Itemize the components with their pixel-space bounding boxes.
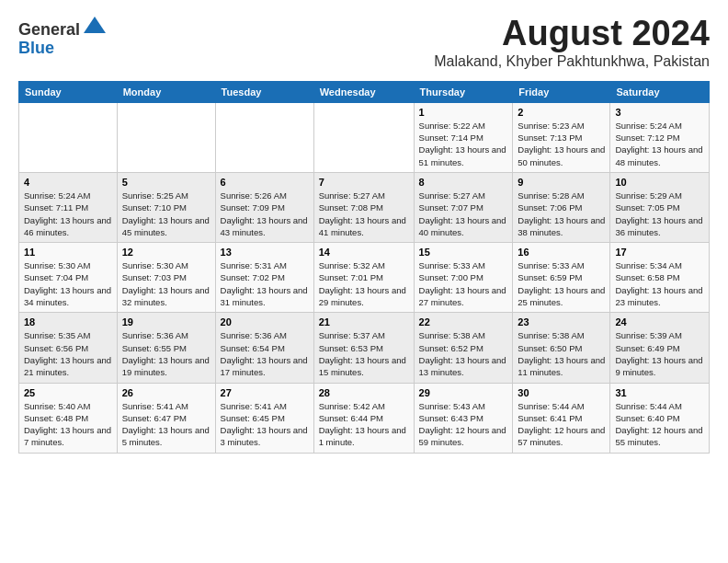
day-cell-content: Sunrise: 5:35 AM Sunset: 6:56 PM Dayligh… — [24, 329, 112, 378]
day-cell-content: Sunrise: 5:41 AM Sunset: 6:45 PM Dayligh… — [221, 400, 309, 449]
day-number: 1 — [419, 107, 508, 118]
day-number: 7 — [319, 177, 409, 188]
month-title: August 2024 — [434, 15, 710, 53]
day-cell-content: Sunrise: 5:36 AM Sunset: 6:54 PM Dayligh… — [221, 329, 309, 378]
day-number: 9 — [518, 177, 605, 188]
day-cell-content: Sunrise: 5:33 AM Sunset: 6:59 PM Dayligh… — [518, 259, 605, 308]
day-cell-content: Sunrise: 5:31 AM Sunset: 7:02 PM Dayligh… — [221, 259, 309, 308]
day-number: 28 — [319, 387, 409, 398]
day-cell-content: Sunrise: 5:37 AM Sunset: 6:53 PM Dayligh… — [319, 329, 409, 378]
table-row: 2Sunrise: 5:23 AM Sunset: 7:13 PM Daylig… — [513, 102, 610, 172]
day-number: 13 — [221, 247, 309, 258]
table-row: 21Sunrise: 5:37 AM Sunset: 6:53 PM Dayli… — [313, 313, 414, 383]
day-number: 4 — [24, 177, 112, 188]
logo-blue: Blue — [18, 39, 54, 57]
day-cell-content: Sunrise: 5:23 AM Sunset: 7:13 PM Dayligh… — [518, 120, 605, 168]
day-number: 30 — [518, 387, 605, 398]
day-number: 17 — [615, 247, 704, 258]
col-wednesday: Wednesday — [313, 81, 414, 102]
day-number: 8 — [419, 177, 508, 188]
table-row: 6Sunrise: 5:26 AM Sunset: 7:09 PM Daylig… — [215, 172, 313, 242]
day-number: 29 — [419, 387, 508, 398]
logo-general: General — [18, 20, 80, 39]
svg-marker-0 — [84, 17, 106, 33]
table-row — [313, 102, 414, 172]
table-row — [215, 102, 313, 172]
top-area: General Blue August 2024 Malakand, Khybe… — [18, 15, 710, 74]
table-row: 28Sunrise: 5:42 AM Sunset: 6:44 PM Dayli… — [313, 383, 414, 453]
day-number: 15 — [419, 247, 508, 258]
day-cell-content: Sunrise: 5:43 AM Sunset: 6:43 PM Dayligh… — [419, 400, 508, 449]
day-number: 19 — [122, 316, 210, 327]
day-cell-content: Sunrise: 5:40 AM Sunset: 6:48 PM Dayligh… — [24, 400, 112, 449]
day-number: 27 — [221, 387, 309, 398]
table-row: 22Sunrise: 5:38 AM Sunset: 6:52 PM Dayli… — [414, 313, 513, 383]
day-number: 23 — [518, 316, 605, 327]
table-row: 30Sunrise: 5:44 AM Sunset: 6:41 PM Dayli… — [513, 383, 610, 453]
table-row: 23Sunrise: 5:38 AM Sunset: 6:50 PM Dayli… — [513, 313, 610, 383]
location-title: Malakand, Khyber Pakhtunkhwa, Pakistan — [434, 53, 710, 70]
day-number: 21 — [319, 316, 409, 327]
day-cell-content: Sunrise: 5:27 AM Sunset: 7:08 PM Dayligh… — [319, 190, 409, 238]
table-row: 11Sunrise: 5:30 AM Sunset: 7:04 PM Dayli… — [19, 243, 118, 313]
header-row: Sunday Monday Tuesday Wednesday Thursday… — [19, 81, 710, 102]
day-number: 10 — [615, 177, 704, 188]
day-cell-content: Sunrise: 5:26 AM Sunset: 7:09 PM Dayligh… — [221, 190, 309, 238]
day-number: 3 — [615, 107, 704, 118]
calendar-week-2: 4Sunrise: 5:24 AM Sunset: 7:11 PM Daylig… — [19, 172, 710, 242]
col-thursday: Thursday — [414, 81, 513, 102]
table-row: 27Sunrise: 5:41 AM Sunset: 6:45 PM Dayli… — [215, 383, 313, 453]
table-row: 1Sunrise: 5:22 AM Sunset: 7:14 PM Daylig… — [414, 102, 513, 172]
logo-icon — [82, 15, 108, 35]
table-row: 15Sunrise: 5:33 AM Sunset: 7:00 PM Dayli… — [414, 243, 513, 313]
day-number: 20 — [221, 316, 309, 327]
day-cell-content: Sunrise: 5:22 AM Sunset: 7:14 PM Dayligh… — [419, 120, 508, 168]
calendar-table: Sunday Monday Tuesday Wednesday Thursday… — [18, 81, 710, 454]
table-row: 31Sunrise: 5:44 AM Sunset: 6:40 PM Dayli… — [610, 383, 710, 453]
day-number: 31 — [615, 387, 704, 398]
day-number: 24 — [615, 316, 704, 327]
day-number: 26 — [122, 387, 210, 398]
day-number: 22 — [419, 316, 508, 327]
table-row: 18Sunrise: 5:35 AM Sunset: 6:56 PM Dayli… — [19, 313, 118, 383]
day-number: 12 — [122, 247, 210, 258]
day-number: 25 — [24, 387, 112, 398]
table-row: 24Sunrise: 5:39 AM Sunset: 6:49 PM Dayli… — [610, 313, 710, 383]
day-cell-content: Sunrise: 5:34 AM Sunset: 6:58 PM Dayligh… — [615, 259, 704, 308]
day-number: 18 — [24, 316, 112, 327]
day-cell-content: Sunrise: 5:33 AM Sunset: 7:00 PM Dayligh… — [419, 259, 508, 308]
calendar-week-4: 18Sunrise: 5:35 AM Sunset: 6:56 PM Dayli… — [19, 313, 710, 383]
table-row: 20Sunrise: 5:36 AM Sunset: 6:54 PM Dayli… — [215, 313, 313, 383]
table-row — [19, 102, 118, 172]
day-number: 14 — [319, 247, 409, 258]
day-cell-content: Sunrise: 5:24 AM Sunset: 7:12 PM Dayligh… — [615, 120, 704, 168]
table-row — [117, 102, 215, 172]
calendar-week-5: 25Sunrise: 5:40 AM Sunset: 6:48 PM Dayli… — [19, 383, 710, 453]
table-row: 8Sunrise: 5:27 AM Sunset: 7:07 PM Daylig… — [414, 172, 513, 242]
table-row: 29Sunrise: 5:43 AM Sunset: 6:43 PM Dayli… — [414, 383, 513, 453]
table-row: 7Sunrise: 5:27 AM Sunset: 7:08 PM Daylig… — [313, 172, 414, 242]
calendar-week-3: 11Sunrise: 5:30 AM Sunset: 7:04 PM Dayli… — [19, 243, 710, 313]
day-cell-content: Sunrise: 5:42 AM Sunset: 6:44 PM Dayligh… — [319, 400, 409, 449]
day-cell-content: Sunrise: 5:27 AM Sunset: 7:07 PM Dayligh… — [419, 190, 508, 238]
calendar-week-1: 1Sunrise: 5:22 AM Sunset: 7:14 PM Daylig… — [19, 102, 710, 172]
title-block: August 2024 Malakand, Khyber Pakhtunkhwa… — [434, 15, 710, 70]
table-row: 26Sunrise: 5:41 AM Sunset: 6:47 PM Dayli… — [117, 383, 215, 453]
day-cell-content: Sunrise: 5:38 AM Sunset: 6:50 PM Dayligh… — [518, 329, 605, 378]
day-number: 5 — [122, 177, 210, 188]
day-cell-content: Sunrise: 5:41 AM Sunset: 6:47 PM Dayligh… — [122, 400, 210, 449]
day-cell-content: Sunrise: 5:30 AM Sunset: 7:04 PM Dayligh… — [24, 259, 112, 308]
day-cell-content: Sunrise: 5:25 AM Sunset: 7:10 PM Dayligh… — [122, 190, 210, 238]
day-cell-content: Sunrise: 5:29 AM Sunset: 7:05 PM Dayligh… — [615, 190, 704, 238]
day-number: 11 — [24, 247, 112, 258]
table-row: 14Sunrise: 5:32 AM Sunset: 7:01 PM Dayli… — [313, 243, 414, 313]
col-tuesday: Tuesday — [215, 81, 313, 102]
day-cell-content: Sunrise: 5:39 AM Sunset: 6:49 PM Dayligh… — [615, 329, 704, 378]
col-monday: Monday — [117, 81, 215, 102]
table-row: 19Sunrise: 5:36 AM Sunset: 6:55 PM Dayli… — [117, 313, 215, 383]
table-row: 5Sunrise: 5:25 AM Sunset: 7:10 PM Daylig… — [117, 172, 215, 242]
day-number: 16 — [518, 247, 605, 258]
table-row: 13Sunrise: 5:31 AM Sunset: 7:02 PM Dayli… — [215, 243, 313, 313]
day-cell-content: Sunrise: 5:36 AM Sunset: 6:55 PM Dayligh… — [122, 329, 210, 378]
table-row: 10Sunrise: 5:29 AM Sunset: 7:05 PM Dayli… — [610, 172, 710, 242]
